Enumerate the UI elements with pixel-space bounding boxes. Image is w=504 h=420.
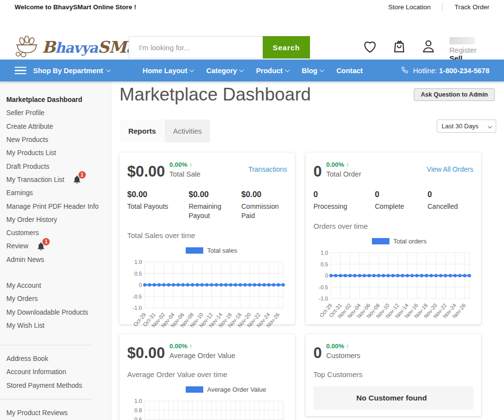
account-user-icon[interactable]: [419, 37, 438, 56]
chevron-down-icon: [320, 67, 325, 72]
sidebar-item-my-transaction-list[interactable]: My Transaction List1: [6, 173, 111, 186]
total-sale-value: $0.00: [127, 164, 165, 179]
sidebar-item-earnings[interactable]: Earnings: [6, 186, 111, 200]
track-order-link[interactable]: Track Order: [454, 3, 489, 11]
sidebar: Marketplace DashboardSeller ProfileCreat…: [0, 81, 111, 420]
avg-order-chart-title: Average Order Value over time: [127, 370, 287, 379]
sidebar-item-label: Address Book: [6, 355, 48, 362]
header: BhavyaSMart Search: [0, 14, 504, 60]
sidebar-item-admin-news[interactable]: Admin News: [6, 253, 111, 266]
content: Marketplace DashboardSeller ProfileCreat…: [0, 81, 504, 420]
ask-question-to-admin-button[interactable]: Ask Question to Admin: [414, 88, 495, 101]
sidebar-item-seller-profile[interactable]: Seller Profile: [6, 106, 111, 120]
up-arrow-icon: ↑: [189, 342, 193, 350]
account-links: Register Sell: [449, 37, 477, 62]
total-sales-chart-title: Total Sales over time: [127, 231, 287, 240]
sidebar-item-draft-products[interactable]: Draft Products: [6, 160, 111, 173]
sidebar-item-my-account[interactable]: My Account: [6, 279, 111, 292]
cart-bag-icon[interactable]: [390, 37, 408, 56]
sidebar-item-my-wish-list[interactable]: My Wish List: [6, 319, 111, 332]
chevron-down-icon: [239, 67, 244, 72]
svg-text:1.0: 1.0: [135, 398, 142, 404]
total-sale-label: Total Sale: [170, 170, 201, 178]
sidebar-item-my-orders[interactable]: My Orders: [6, 292, 111, 305]
logo-basket-icon: [14, 33, 40, 60]
sidebar-item-label: My Products List: [6, 149, 56, 157]
search-button[interactable]: Search: [263, 36, 310, 59]
svg-text:Total sales: Total sales: [207, 247, 237, 254]
no-customer-found-message: No Customer found: [313, 386, 473, 410]
welcome-text: Welcome to BhavySMart Online Store !: [15, 3, 136, 11]
sidebar-item-address-book[interactable]: Address Book: [6, 352, 92, 365]
sidebar-item-review[interactable]: Review1: [6, 240, 111, 253]
sidebar-item-new-products[interactable]: New Products: [6, 133, 111, 146]
hotline-number: 1-800-234-5678: [439, 67, 489, 75]
sidebar-item-label: Customers: [6, 229, 39, 237]
sidebar-item-manage-print-pdf-header-info[interactable]: Manage Print PDF Header Info: [6, 200, 111, 213]
nav-item-home-layout[interactable]: Home Layout: [142, 67, 194, 75]
sidebar-item-create-attribute[interactable]: Create Attribute: [6, 120, 111, 133]
sidebar-item-my-downloadable-products[interactable]: My Downloadable Products: [6, 305, 111, 319]
period-select[interactable]: Last 30 Days: [437, 120, 496, 133]
svg-text:Total orders: Total orders: [393, 238, 426, 245]
blurred-username: [449, 37, 475, 44]
shop-by-department-button[interactable]: Shop By Department: [33, 67, 110, 75]
sidebar-group: Marketplace DashboardSeller ProfileCreat…: [0, 93, 111, 266]
sidebar-item-my-product-reviews[interactable]: My Product Reviews: [6, 406, 92, 420]
nav-item-product[interactable]: Product: [256, 67, 289, 75]
sidebar-item-label: Stored Payment Methods: [6, 382, 82, 389]
sidebar-group: My AccountMy OrdersMy Downloadable Produ…: [0, 279, 111, 332]
wishlist-heart-icon[interactable]: [361, 37, 379, 56]
customers-percent: 0.00% ↑: [326, 342, 349, 350]
sidebar-item-label: Marketplace Dashboard: [6, 96, 82, 103]
orders-chart: Total orders1.00.50-0.5-1.0Oct-29Oct-31N…: [313, 232, 473, 330]
customers-label: Customers: [326, 352, 360, 360]
total-sale-stats: $0.00Total Payouts $0.00Remaining Payout…: [127, 190, 287, 220]
customers-card: 0 0.00% ↑ Customers Top Customers No Cus…: [306, 334, 481, 416]
avg-order-label: Average Order Value: [170, 352, 235, 360]
register-link[interactable]: Register: [449, 46, 477, 54]
store-location-link[interactable]: Store Location: [388, 3, 430, 11]
transactions-link[interactable]: Transactions: [248, 165, 287, 173]
sidebar-item-label: My Product Reviews: [6, 409, 68, 417]
nav-item-blog[interactable]: Blog: [302, 67, 324, 75]
page: Welcome to BhavySMart Online Store ! Sto…: [0, 0, 504, 420]
up-arrow-icon: ↑: [346, 161, 349, 168]
notification-badge: 1: [42, 238, 50, 245]
main-area: Marketplace Dashboard Ask Question to Ad…: [111, 81, 504, 420]
avg-order-value: $0.00: [127, 345, 165, 360]
tab-activities[interactable]: Activities: [165, 120, 210, 142]
sidebar-item-my-products-list[interactable]: My Products List: [6, 146, 111, 160]
nav-item-category[interactable]: Category: [206, 67, 243, 75]
svg-text:-0.5: -0.5: [133, 293, 142, 299]
view-all-orders-link[interactable]: View All Orders: [427, 165, 473, 173]
tab-reports[interactable]: Reports: [119, 120, 165, 142]
sidebar-item-customers[interactable]: Customers: [6, 226, 111, 240]
svg-text:1.0: 1.0: [321, 250, 328, 256]
svg-text:Average Order Value: Average Order Value: [207, 386, 266, 393]
svg-text:0: 0: [139, 282, 142, 288]
chevron-down-icon: [285, 67, 290, 72]
orders-chart-title: Orders over time: [313, 222, 473, 230]
store-logo[interactable]: BhavyaSMart: [14, 33, 148, 60]
notification-badge: 1: [78, 171, 86, 179]
sidebar-item-account-information[interactable]: Account Information: [6, 365, 92, 379]
search-input[interactable]: [129, 36, 263, 59]
sidebar-item-marketplace-dashboard[interactable]: Marketplace Dashboard: [6, 93, 111, 106]
sidebar-item-label: Create Attribute: [6, 123, 53, 130]
sidebar-group: My Product ReviewsNewsletter Subscriptio…: [0, 399, 92, 420]
topbar: Welcome to BhavySMart Online Store ! Sto…: [0, 0, 504, 14]
average-order-value-card: $0.00 0.00% ↑ Average Order Value Averag…: [119, 334, 295, 420]
chevron-down-icon: [488, 124, 492, 128]
svg-text:1.0: 1.0: [135, 259, 142, 265]
sidebar-item-label: My Wish List: [6, 322, 44, 329]
hamburger-menu-icon[interactable]: [15, 67, 26, 75]
sidebar-item-label: Seller Profile: [6, 109, 44, 117]
sidebar-item-label: Manage Print PDF Header Info: [6, 203, 98, 210]
sidebar-item-my-order-history[interactable]: My Order History: [6, 213, 111, 226]
nav-item-contact[interactable]: Contact: [336, 67, 363, 75]
sidebar-item-stored-payment-methods[interactable]: Stored Payment Methods: [6, 379, 92, 392]
sidebar-item-label: My Orders: [6, 295, 38, 302]
hotline: Hotline: 1-800-234-5678: [401, 66, 489, 76]
svg-text:-0.5: -0.5: [319, 284, 328, 290]
